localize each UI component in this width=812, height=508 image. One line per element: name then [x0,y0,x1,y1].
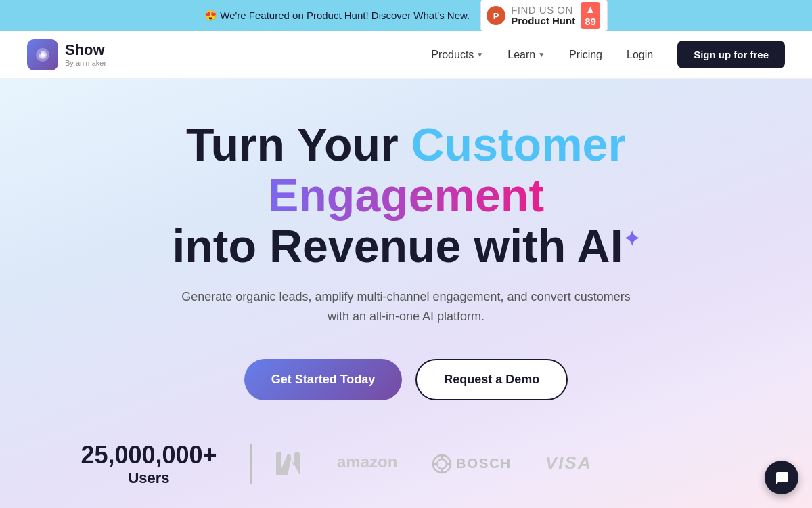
brand-amazon: amazon [337,452,398,475]
svg-text:amazon: amazon [337,452,397,471]
hero-headline: Turn Your Customer Engagement into Reven… [68,119,744,271]
ph-name-label: Product Hunt [511,16,575,27]
svg-point-6 [437,459,447,469]
learn-chevron-icon: ▼ [538,51,545,58]
headline-line2: into Revenue with AI✦ [68,221,744,272]
chat-widget[interactable] [765,461,798,494]
request-demo-button[interactable]: Request a Demo [415,359,568,400]
products-chevron-icon: ▼ [476,51,483,58]
bosch-text: BOSCH [456,456,512,471]
nav-pricing[interactable]: Pricing [558,43,613,66]
product-hunt-badge[interactable]: P FIND US ON Product Hunt ▲ 89 [480,0,608,33]
brand-bosch: BOSCH [432,454,512,474]
headline-customer: Customer [411,119,626,170]
announcement-text: 😍 We're Featured on Product Hunt! Discov… [204,9,470,22]
logo[interactable]: Show By animaker [27,39,106,70]
brand-visa: VISA [545,452,593,475]
logo-text: Show By animaker [65,42,106,66]
brand-logos: amazon BOSCH VISA [272,448,744,480]
users-number: 25,000,000+ [68,441,230,469]
sparkle-icon: ✦ [623,228,640,250]
headline-engagement: Engagement [268,169,544,221]
svg-point-2 [41,53,45,57]
nav-products[interactable]: Products ▼ [420,43,494,66]
announcement-bar: 😍 We're Featured on Product Hunt! Discov… [0,0,812,31]
headline-line1: Turn Your Customer Engagement [68,119,744,221]
nav-login[interactable]: Login [616,43,664,66]
ph-text: FIND US ON Product Hunt [511,5,575,27]
logo-name: Show [65,42,106,58]
ph-logo-icon: P [487,6,505,25]
nav-learn[interactable]: Learn ▼ [497,43,556,66]
navbar: Show By animaker Products ▼ Learn ▼ Pric… [0,31,812,79]
svg-text:VISA: VISA [545,452,592,473]
signup-button[interactable]: Sign up for free [677,41,785,68]
hero-subtitle: Generate organic leads, amplify multi-ch… [176,287,636,326]
ph-find-label: FIND US ON [511,5,575,16]
divider [250,444,252,484]
cta-buttons: Get Started Today Request a Demo [244,359,568,400]
social-proof: 25,000,000+ Users amazon [68,441,744,487]
get-started-button[interactable]: Get Started Today [244,359,403,400]
hero-section: Turn Your Customer Engagement into Reven… [0,79,812,508]
users-label: Users [128,469,169,486]
logo-icon [27,39,58,70]
brand-mcdonalds [272,448,303,480]
svg-point-3 [39,51,41,54]
nav-links: Products ▼ Learn ▼ Pricing Login [420,43,664,66]
ph-score-badge: ▲ 89 [581,2,600,29]
logo-subtitle: By animaker [65,59,106,67]
users-count: 25,000,000+ Users [68,441,230,487]
